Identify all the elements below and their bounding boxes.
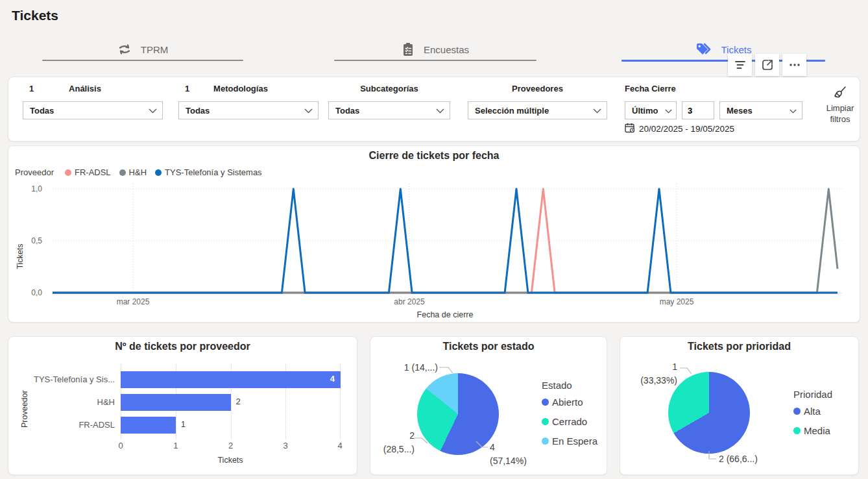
bar-category-label: FR-ADSL bbox=[11, 420, 115, 430]
legend-dot bbox=[65, 169, 71, 176]
fecha-unit-dropdown[interactable]: Meses bbox=[719, 101, 802, 119]
dashboard-screen: Tickets TPRM Encuestas Tickets bbox=[0, 0, 868, 479]
bar-x-tick: 1 bbox=[166, 441, 186, 450]
pie-prioridad[interactable] bbox=[668, 372, 750, 454]
subcategorias-dropdown[interactable]: Todas bbox=[328, 101, 450, 119]
visual-toolbar bbox=[728, 54, 806, 76]
tag-icon bbox=[695, 42, 712, 56]
filter-icon[interactable] bbox=[728, 54, 752, 76]
tab-label: TPRM bbox=[141, 44, 169, 55]
pie-estado-legend: Estado Abierto Cerrado En Espera bbox=[542, 380, 597, 455]
svg-text:1,0: 1,0 bbox=[31, 184, 42, 193]
metodologias-dropdown[interactable]: Todas bbox=[178, 101, 319, 119]
bar-category-label: TYS-Telefonía y Sis... bbox=[11, 375, 115, 384]
filter-label-subcategorias: Subcategorías bbox=[328, 82, 450, 93]
analisis-dropdown[interactable]: Todas bbox=[23, 101, 163, 119]
chevron-down-icon bbox=[593, 104, 601, 116]
legend-item-hh[interactable]: H&H bbox=[119, 167, 147, 177]
line-chart-legend: Proveedor FR-ADSL H&H TYS-Telefonía y Si… bbox=[15, 167, 262, 177]
tab-label: Tickets bbox=[721, 44, 752, 55]
tab-underline bbox=[42, 60, 243, 61]
pie-estado[interactable] bbox=[417, 373, 499, 455]
clipboard-checklist-icon bbox=[402, 42, 415, 56]
svg-text:Tickets: Tickets bbox=[16, 243, 25, 269]
proveedores-dropdown[interactable]: Selección múltiple bbox=[468, 101, 607, 119]
pie-estado-title: Tickets por estado bbox=[370, 337, 607, 352]
filter-label-analisis: Análisis bbox=[15, 82, 155, 93]
filter-label-proveedores: Proveedores bbox=[468, 82, 607, 93]
chevron-down-icon bbox=[149, 104, 157, 116]
svg-text:may 2025: may 2025 bbox=[660, 297, 694, 306]
bar-chart-title: Nº de tickets por proveedor bbox=[8, 337, 357, 352]
pie-prioridad-title: Tickets por prioridad bbox=[620, 337, 858, 352]
fecha-relative-dropdown[interactable]: Último bbox=[625, 101, 677, 119]
filter-label-metodologias: Metodologías bbox=[171, 82, 311, 93]
bar-x-tick: 3 bbox=[276, 441, 295, 450]
legend-title: Proveedor bbox=[15, 167, 54, 177]
filter-count: 1 bbox=[185, 84, 189, 93]
chevron-down-icon bbox=[436, 104, 444, 116]
pie-prioridad-card: Tickets por prioridad 1 (33,33%) 2 (66,6… bbox=[620, 336, 859, 475]
legend-dot bbox=[793, 427, 801, 434]
legend-item-media[interactable]: Media bbox=[793, 425, 832, 436]
bar-plot: 4 2 1 bbox=[121, 364, 341, 439]
legend-item-tys[interactable]: TYS-Telefonía y Sistemas bbox=[155, 167, 262, 177]
tab-label: Encuestas bbox=[424, 44, 469, 55]
bar-value-label: 1 bbox=[181, 419, 186, 429]
bar-x-tick: 4 bbox=[330, 441, 350, 450]
svg-text:Fecha de cierre: Fecha de cierre bbox=[417, 310, 474, 319]
bar[interactable]: 1 bbox=[121, 417, 176, 434]
date-range-text: 20/02/2025 - 19/05/2025 bbox=[639, 124, 734, 134]
pie-callout: 1 (14,...) bbox=[390, 361, 438, 375]
legend-dot bbox=[542, 418, 549, 425]
tab-encuestas[interactable]: Encuestas bbox=[334, 39, 536, 64]
bar-category-label: H&H bbox=[11, 397, 115, 407]
bar[interactable]: 2 bbox=[121, 394, 231, 411]
filter-label-fecha-cierre: Fecha Cierre bbox=[625, 82, 716, 93]
broom-icon bbox=[832, 85, 848, 101]
filter-bar: 1 Análisis Todas 1 Metodologías Todas Su… bbox=[8, 77, 860, 141]
bar-chart-card: Nº de tickets por proveedor Proveedor TY… bbox=[8, 336, 357, 475]
legend-item-cerrado[interactable]: Cerrado bbox=[542, 416, 597, 427]
more-options-icon[interactable] bbox=[782, 54, 806, 76]
legend-dot bbox=[542, 437, 549, 445]
bar[interactable]: 4 bbox=[121, 371, 341, 388]
svg-text:0,0: 0,0 bbox=[31, 288, 42, 297]
filter-count: 1 bbox=[29, 84, 34, 93]
calendar-icon bbox=[625, 123, 635, 135]
legend-dot bbox=[119, 169, 126, 176]
legend-item-abierto[interactable]: Abierto bbox=[542, 397, 597, 408]
legend-title: Estado bbox=[542, 380, 597, 391]
bar-x-tick: 0 bbox=[111, 441, 130, 450]
page-title: Tickets bbox=[12, 8, 58, 23]
svg-text:0,5: 0,5 bbox=[31, 236, 42, 245]
pie-callout: 2 (66,6...) bbox=[719, 452, 790, 466]
legend-title: Prioridad bbox=[793, 389, 832, 400]
pie-callout: 1 (33,33%) bbox=[632, 360, 677, 387]
legend-item-alta[interactable]: Alta bbox=[793, 406, 832, 417]
pie-prioridad-legend: Prioridad Alta Media bbox=[793, 389, 832, 445]
legend-item-en-espera[interactable]: En Espera bbox=[542, 436, 597, 447]
svg-text:abr 2025: abr 2025 bbox=[394, 297, 425, 306]
bar-x-axis-label: Tickets bbox=[178, 456, 282, 465]
pie-callout: 2 (28,5...) bbox=[374, 429, 415, 456]
line-chart-card: Cierre de tickets por fecha Proveedor FR… bbox=[8, 145, 860, 323]
fecha-amount-input[interactable] bbox=[682, 101, 714, 119]
legend-dot bbox=[542, 399, 549, 406]
swap-arrows-icon bbox=[117, 42, 132, 56]
bar-x-tick: 2 bbox=[221, 441, 241, 450]
legend-item-fr-adsl[interactable]: FR-ADSL bbox=[65, 167, 111, 177]
tab-tprm[interactable]: TPRM bbox=[42, 39, 243, 64]
svg-text:mar 2025: mar 2025 bbox=[117, 297, 150, 306]
bar-value-label: 2 bbox=[236, 397, 241, 406]
popout-icon[interactable] bbox=[755, 54, 779, 76]
bar-value-label: 4 bbox=[330, 374, 335, 384]
legend-dot bbox=[155, 169, 162, 176]
chevron-down-icon bbox=[665, 104, 672, 116]
pie-estado-card: Tickets por estado 1 (14,...) 2 (28,5...… bbox=[370, 336, 607, 475]
line-plot[interactable]: 1,0 0,5 0,0 mar 2025 abr 2025 may 2025 F… bbox=[8, 180, 860, 323]
chevron-down-icon bbox=[790, 104, 797, 116]
tab-underline bbox=[334, 60, 536, 61]
legend-dot bbox=[793, 408, 801, 415]
clear-filters-button[interactable]: Limpiar filtros bbox=[817, 85, 863, 125]
